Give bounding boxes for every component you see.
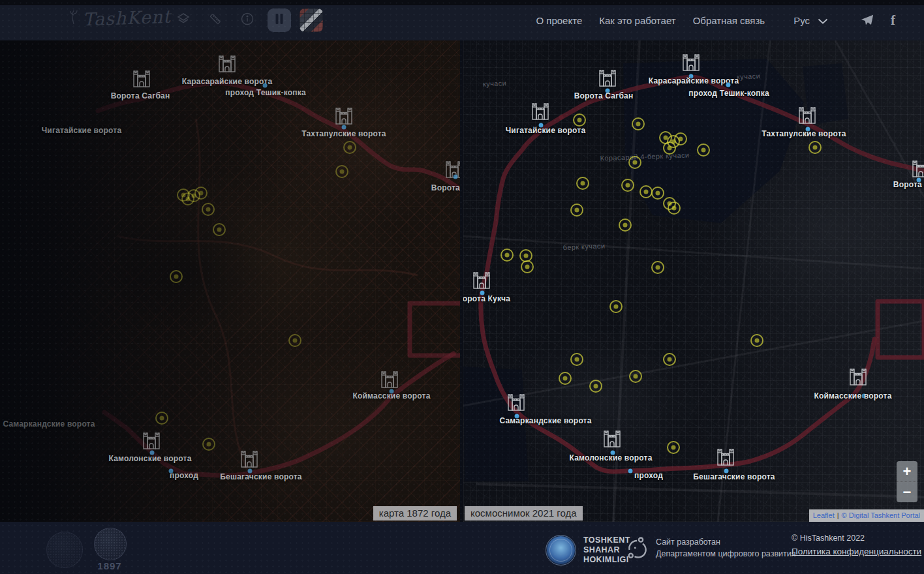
gate-icon[interactable] bbox=[472, 269, 491, 291]
telegram-icon[interactable] bbox=[859, 13, 875, 27]
zoom-out-button[interactable]: − bbox=[897, 482, 917, 502]
street-label: кучаси bbox=[483, 79, 507, 87]
facebook-icon[interactable]: f bbox=[891, 12, 895, 29]
poi-marker[interactable] bbox=[639, 185, 653, 198]
gate-label: Ворота Л bbox=[431, 183, 460, 192]
gate-icon[interactable] bbox=[506, 391, 526, 413]
gate-icon[interactable] bbox=[716, 446, 735, 468]
poi-marker[interactable] bbox=[202, 203, 215, 216]
gate-icon[interactable] bbox=[681, 51, 701, 73]
gate-label: проход Тешик-копка bbox=[225, 88, 306, 97]
poi-marker[interactable] bbox=[170, 270, 183, 283]
poi-marker[interactable] bbox=[629, 370, 642, 383]
poi-marker[interactable] bbox=[573, 113, 586, 127]
poi-marker[interactable] bbox=[697, 144, 710, 157]
gate-label: проход bbox=[170, 471, 198, 480]
gate-icon[interactable] bbox=[239, 447, 259, 470]
poi-marker[interactable] bbox=[194, 187, 208, 200]
minimap-button[interactable] bbox=[300, 8, 323, 32]
gate-columns-icon bbox=[272, 11, 286, 29]
attribution-separator: | bbox=[837, 511, 839, 519]
year-thumbnail[interactable] bbox=[46, 532, 83, 568]
poi-marker[interactable] bbox=[621, 179, 634, 192]
poi-marker[interactable] bbox=[628, 156, 641, 169]
poi-marker[interactable] bbox=[651, 187, 664, 200]
gate-label: Камолонские ворота bbox=[569, 453, 652, 462]
gate-label: проход bbox=[634, 471, 663, 480]
city-administration: TOSHKENT SHAHAR HOKIMLIGI bbox=[546, 535, 630, 566]
poi-marker[interactable] bbox=[667, 441, 680, 454]
poi-marker[interactable] bbox=[559, 372, 572, 385]
nav-about[interactable]: О проекте bbox=[536, 15, 582, 26]
poi-marker[interactable] bbox=[335, 165, 348, 178]
gate-icon[interactable] bbox=[602, 427, 622, 449]
copyright-text: © HisTashkent 2022 bbox=[792, 534, 865, 543]
poi-marker[interactable] bbox=[651, 261, 664, 274]
portal-link[interactable]: © Digital Tashkent Portal bbox=[842, 511, 920, 519]
gate-icon[interactable] bbox=[911, 157, 924, 179]
gate-label: Камолонские ворота bbox=[108, 454, 191, 463]
poi-marker[interactable] bbox=[674, 132, 687, 145]
caption-1872: карта 1872 года bbox=[373, 506, 457, 521]
poi-marker[interactable] bbox=[619, 219, 632, 232]
poi-marker[interactable] bbox=[808, 141, 822, 154]
digital-dev-logo-icon bbox=[624, 536, 647, 560]
gate-icon[interactable] bbox=[797, 104, 817, 126]
zoom-control: + − bbox=[897, 461, 917, 502]
gate-label: Ворота Кукча bbox=[463, 294, 510, 303]
ruler-icon bbox=[208, 12, 223, 29]
poi-marker[interactable] bbox=[576, 177, 589, 190]
poi-marker[interactable] bbox=[343, 141, 356, 154]
gate-icon[interactable] bbox=[132, 67, 151, 89]
poi-marker[interactable] bbox=[521, 260, 534, 273]
poi-marker[interactable] bbox=[663, 353, 676, 366]
language-selector[interactable]: Рус bbox=[793, 15, 828, 26]
gate-icon[interactable] bbox=[380, 368, 399, 390]
poi-marker[interactable] bbox=[570, 353, 583, 366]
gate-icon[interactable] bbox=[334, 104, 354, 127]
poi-marker[interactable] bbox=[202, 438, 215, 451]
poi-marker[interactable] bbox=[750, 334, 763, 347]
map-2021[interactable]: Корасарой 4-берк кучасиберк кучасикучаси… bbox=[463, 40, 924, 522]
poi-marker[interactable] bbox=[609, 300, 623, 313]
nav-how-it-works[interactable]: Как это работает bbox=[599, 15, 675, 26]
top-strip bbox=[0, 0, 924, 5]
map-1872[interactable]: Карасарайские воротапроход Тешик-копкаВо… bbox=[0, 40, 460, 522]
layers-button[interactable] bbox=[172, 8, 195, 32]
poi-marker[interactable] bbox=[501, 249, 514, 262]
gate-icon[interactable] bbox=[531, 100, 550, 122]
gate-icon[interactable] bbox=[217, 52, 237, 74]
gate-label: Самаркандские ворота bbox=[3, 419, 95, 429]
privacy-policy-link[interactable]: Политика конфиденциальности bbox=[792, 547, 921, 556]
zoom-in-button[interactable]: + bbox=[897, 461, 917, 482]
leaflet-link[interactable]: Leaflet bbox=[813, 511, 835, 519]
map-divider[interactable] bbox=[460, 40, 463, 522]
poi-marker[interactable] bbox=[177, 189, 190, 202]
gate-icon[interactable] bbox=[598, 67, 617, 89]
site-logo[interactable]: TashKent bbox=[67, 8, 171, 28]
logo-text: TashKent bbox=[83, 7, 172, 30]
nav-feedback[interactable]: Обратная связь bbox=[693, 15, 765, 26]
measure-button[interactable] bbox=[204, 8, 227, 32]
poi-marker[interactable] bbox=[213, 223, 226, 236]
social-links: f bbox=[859, 12, 895, 29]
hokimligi-emblem-icon bbox=[546, 535, 576, 566]
map-compare: Карасарайские воротапроход Тешик-копкаВо… bbox=[0, 40, 924, 522]
poi-marker[interactable] bbox=[668, 202, 681, 215]
poi-marker[interactable] bbox=[155, 412, 168, 425]
poi-marker[interactable] bbox=[632, 117, 645, 130]
poi-marker[interactable] bbox=[288, 334, 301, 347]
poi-marker[interactable] bbox=[663, 142, 676, 155]
map-attribution: Leaflet|© Digital Tashkent Portal bbox=[809, 509, 924, 522]
gate-icon[interactable] bbox=[848, 365, 868, 387]
gate-label: Карасарайские ворота bbox=[649, 76, 739, 85]
developer-credit: Сайт разработан Департаментом цифрового … bbox=[624, 536, 796, 560]
poi-marker[interactable] bbox=[589, 380, 602, 393]
year-thumbnail[interactable] bbox=[94, 528, 127, 560]
gates-toggle-button[interactable] bbox=[268, 8, 291, 32]
app-header: TashKent bbox=[0, 0, 924, 40]
map-2021-overlays: Корасарой 4-берк кучасиберк кучасикучаси… bbox=[463, 40, 924, 522]
info-button[interactable] bbox=[236, 8, 259, 32]
gate-icon[interactable] bbox=[142, 429, 161, 451]
poi-marker[interactable] bbox=[570, 204, 583, 217]
